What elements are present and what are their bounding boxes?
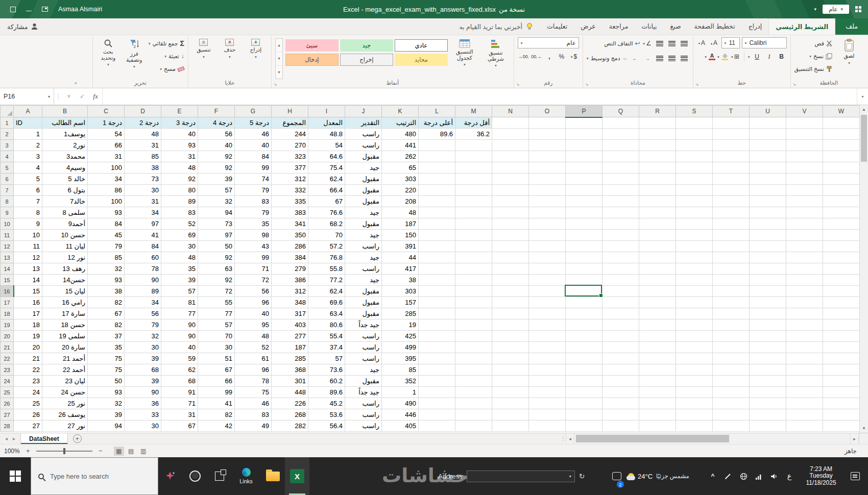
cell[interactable] xyxy=(823,331,860,342)
cell[interactable] xyxy=(455,218,492,230)
cell[interactable]: 41 xyxy=(198,398,235,409)
cell[interactable] xyxy=(676,241,713,252)
cell[interactable] xyxy=(676,207,713,218)
row-header[interactable]: 26 xyxy=(1,398,14,409)
gallery-up-icon[interactable]: ▲ xyxy=(276,39,282,52)
cell[interactable]: درجة 2 xyxy=(125,117,161,129)
cell[interactable] xyxy=(676,387,713,398)
cell[interactable] xyxy=(713,252,750,263)
cell[interactable] xyxy=(566,409,602,420)
cell[interactable]: 35 xyxy=(235,218,272,230)
cell[interactable] xyxy=(823,275,860,286)
accounting-format-button[interactable]: $▾ xyxy=(569,51,579,62)
cell[interactable]: 30 xyxy=(125,342,161,353)
cell[interactable]: أحمد 21 xyxy=(42,353,88,364)
cell[interactable] xyxy=(529,420,566,432)
cell[interactable]: مقبول xyxy=(345,185,382,196)
cell[interactable] xyxy=(529,162,566,174)
row-header[interactable]: 22 xyxy=(1,353,14,364)
cell[interactable] xyxy=(455,297,492,308)
cell[interactable] xyxy=(676,319,713,331)
scroll-up-icon[interactable]: ▲ xyxy=(860,105,868,114)
cell[interactable]: 40 xyxy=(235,140,272,151)
cell[interactable]: 277 xyxy=(272,331,308,342)
copilot-button[interactable] xyxy=(158,457,183,495)
cell[interactable]: 75 xyxy=(235,387,272,398)
cell[interactable] xyxy=(786,308,823,319)
cell[interactable]: 341 xyxy=(272,218,308,230)
cell[interactable] xyxy=(713,174,750,185)
cell[interactable] xyxy=(602,376,639,387)
tab-scrollbar-splitter[interactable]: ⋮ xyxy=(561,433,566,444)
cell[interactable]: 62.4 xyxy=(308,286,345,297)
cell[interactable]: 52 xyxy=(235,342,272,353)
row-header[interactable]: 7 xyxy=(1,185,14,196)
cell[interactable] xyxy=(492,342,529,353)
cell[interactable]: 94 xyxy=(198,207,235,218)
cell[interactable]: 490 xyxy=(382,398,419,409)
cell[interactable] xyxy=(750,275,786,286)
cell[interactable]: 66 xyxy=(198,376,235,387)
cell[interactable]: 285 xyxy=(382,308,419,319)
cell[interactable] xyxy=(750,319,786,331)
cell[interactable]: 74 xyxy=(235,174,272,185)
cell[interactable]: يوسف 26 xyxy=(42,409,88,420)
cell[interactable]: سلمى 8 xyxy=(42,207,88,218)
cell[interactable]: 335 xyxy=(272,196,308,207)
cell[interactable] xyxy=(750,353,786,364)
cell[interactable] xyxy=(566,376,602,387)
cell[interactable]: 68.2 xyxy=(308,218,345,230)
cell[interactable] xyxy=(566,196,602,207)
cell[interactable]: راسب xyxy=(345,140,382,151)
cell[interactable] xyxy=(455,342,492,353)
cell[interactable]: 73.6 xyxy=(308,364,345,376)
cell[interactable]: 83 xyxy=(235,409,272,420)
cell[interactable] xyxy=(676,364,713,376)
row-header[interactable]: 6 xyxy=(1,174,14,185)
grow-font-button[interactable]: A▴ xyxy=(709,37,719,48)
column-header[interactable]: T xyxy=(713,106,750,117)
cell[interactable] xyxy=(750,162,786,174)
column-header[interactable]: G xyxy=(235,106,272,117)
wrap-text-button[interactable]: ↩ التفاف النص xyxy=(604,37,640,50)
cell[interactable]: 282 xyxy=(272,420,308,432)
collapse-ribbon-icon[interactable]: ^ xyxy=(75,82,77,87)
cell[interactable]: 377 xyxy=(272,162,308,174)
italic-button[interactable]: I xyxy=(764,51,775,62)
column-header[interactable]: A xyxy=(14,106,42,117)
cell[interactable]: 77.2 xyxy=(308,275,345,286)
cell[interactable]: راسب xyxy=(345,129,382,140)
cell[interactable]: 268 xyxy=(272,409,308,420)
column-header[interactable]: U xyxy=(750,106,786,117)
cell[interactable] xyxy=(713,297,750,308)
cell[interactable]: 32 xyxy=(88,398,125,409)
cell[interactable]: 1 xyxy=(14,129,42,140)
cell[interactable]: 22 xyxy=(14,364,42,376)
cell[interactable]: 100 xyxy=(88,196,125,207)
cell[interactable]: 24 xyxy=(14,387,42,398)
cell[interactable]: مقبول xyxy=(345,218,382,230)
cell[interactable] xyxy=(419,218,455,230)
delete-cells-button[interactable]: × حذف ▾ xyxy=(218,37,242,77)
cell[interactable] xyxy=(639,275,676,286)
cell[interactable]: 45.2 xyxy=(308,398,345,409)
cell[interactable] xyxy=(750,230,786,241)
cell[interactable]: 6 xyxy=(14,185,42,196)
cell[interactable]: 220 xyxy=(382,185,419,196)
cancel-button[interactable]: × xyxy=(62,88,76,105)
cell[interactable] xyxy=(419,174,455,185)
cell[interactable]: 97 xyxy=(198,230,235,241)
globe-icon[interactable] xyxy=(736,473,751,480)
cell[interactable] xyxy=(529,387,566,398)
cell[interactable] xyxy=(713,275,750,286)
cell[interactable] xyxy=(823,207,860,218)
cell[interactable] xyxy=(676,151,713,162)
cell[interactable] xyxy=(455,398,492,409)
cell[interactable]: 31 xyxy=(125,140,161,151)
cell[interactable]: 395 xyxy=(382,353,419,364)
cell[interactable]: 4 xyxy=(14,162,42,174)
cell[interactable]: 12 xyxy=(14,252,42,263)
cell[interactable] xyxy=(492,241,529,252)
cell[interactable] xyxy=(786,275,823,286)
cell[interactable] xyxy=(602,319,639,331)
